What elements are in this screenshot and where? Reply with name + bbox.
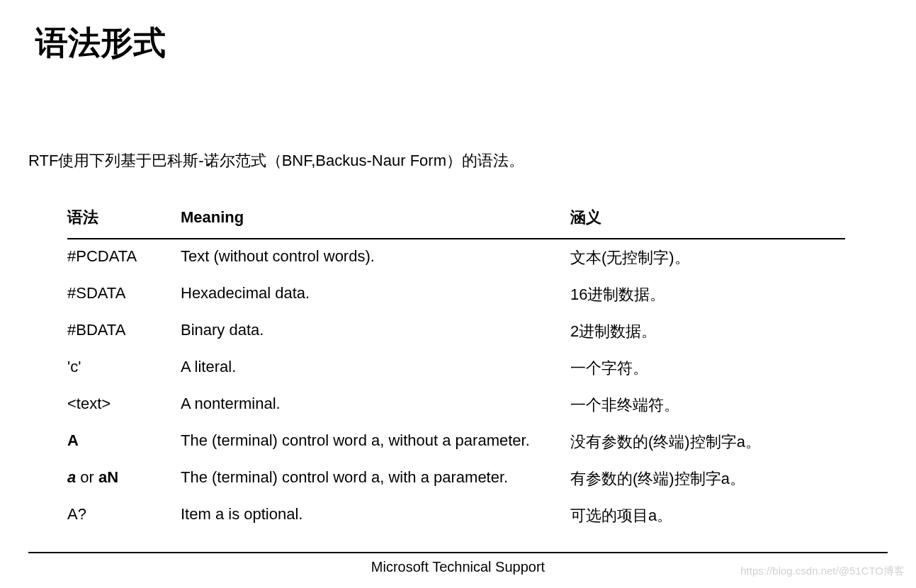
intro-text: RTF使用下列基于巴科斯-诺尔范式（BNF,Backus-Naur Form）的… (28, 150, 888, 171)
table-row: a or aN The (terminal) control word a, w… (67, 460, 845, 497)
cell-meaning: Hexadecimal data. (181, 276, 570, 313)
cell-cn: 可选的项目a。 (570, 497, 845, 534)
cell-cn: 一个字符。 (570, 350, 845, 387)
cell-meaning: Text (without control words). (181, 239, 570, 276)
cell-meaning: A literal. (181, 350, 570, 387)
cell-syntax: <text> (67, 387, 181, 424)
watermark: https://blog.csdn.net/@51CTO博客 (740, 565, 905, 578)
cell-syntax: #SDATA (67, 276, 181, 313)
page-title: 语法形式 (35, 21, 888, 65)
cell-syntax: #BDATA (67, 313, 181, 350)
header-syntax: 语法 (67, 200, 181, 239)
cell-meaning: The (terminal) control word a, without a… (181, 424, 570, 460)
table-header-row: 语法 Meaning 涵义 (67, 200, 845, 239)
cell-cn: 没有参数的(终端)控制字a。 (570, 424, 845, 460)
cell-cn: 文本(无控制字)。 (570, 239, 845, 276)
cell-meaning: The (terminal) control word a, with a pa… (181, 460, 570, 497)
cell-syntax: A (67, 424, 181, 460)
cell-syntax: a or aN (67, 460, 181, 497)
header-meaning: Meaning (181, 200, 570, 239)
cell-meaning: A nonterminal. (181, 387, 570, 424)
table-row: #PCDATA Text (without control words). 文本… (67, 239, 845, 276)
cell-meaning: Item a is optional. (181, 497, 570, 534)
cell-cn: 一个非终端符。 (570, 387, 845, 424)
table-row: A? Item a is optional. 可选的项目a。 (67, 497, 845, 534)
cell-cn: 2进制数据。 (570, 313, 845, 350)
table-row: #SDATA Hexadecimal data. 16进制数据。 (67, 276, 845, 313)
syntax-table: 语法 Meaning 涵义 #PCDATA Text (without cont… (67, 200, 845, 534)
header-cn: 涵义 (570, 200, 845, 239)
cell-syntax: A? (67, 497, 181, 534)
table-row: #BDATA Binary data. 2进制数据。 (67, 313, 845, 350)
cell-cn: 16进制数据。 (570, 276, 845, 313)
cell-syntax: #PCDATA (67, 239, 181, 276)
cell-meaning: Binary data. (181, 313, 570, 350)
cell-cn: 有参数的(终端)控制字a。 (570, 460, 845, 497)
table-row: A The (terminal) control word a, without… (67, 424, 845, 460)
cell-syntax: 'c' (67, 350, 181, 387)
table-row: 'c' A literal. 一个字符。 (67, 350, 845, 387)
table-row: <text> A nonterminal. 一个非终端符。 (67, 387, 845, 424)
